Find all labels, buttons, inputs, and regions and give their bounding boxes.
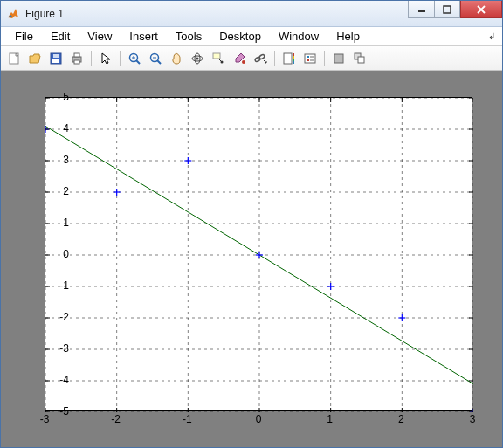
maximize-button[interactable] [434,1,460,18]
svg-rect-35 [307,59,309,61]
window-buttons [408,1,502,18]
svg-rect-27 [284,53,292,64]
pan-button[interactable] [167,49,186,68]
colorbar-button[interactable] [279,49,299,68]
menu-insert[interactable]: Insert [121,28,167,45]
menu-help[interactable]: Help [327,28,369,45]
menu-view[interactable]: View [79,28,121,45]
x-tick-label: 0 [256,413,262,425]
svg-rect-29 [293,56,294,59]
svg-rect-30 [293,59,294,61]
close-button[interactable] [460,1,502,18]
svg-rect-33 [307,56,309,58]
zoom-out-button[interactable] [146,49,165,68]
y-tick-label: 1 [43,217,69,229]
toolbar-separator [324,51,325,66]
svg-line-16 [157,60,161,64]
svg-point-24 [242,60,245,64]
y-tick-label: 0 [43,248,69,260]
y-tick-label: 4 [43,122,69,134]
y-tick-label: -4 [43,374,69,386]
menu-tools[interactable]: Tools [167,28,210,45]
x-tick-label: -3 [40,413,50,425]
axes[interactable] [45,97,472,411]
x-tick-label: 1 [327,413,333,425]
pointer-button[interactable] [96,49,115,68]
svg-rect-10 [74,60,79,64]
svg-point-20 [196,57,199,59]
y-tick-label: 2 [43,185,69,197]
toolbar [1,46,502,71]
x-tick-label: -1 [183,413,192,425]
matlab-icon [6,7,20,21]
svg-rect-7 [53,54,59,58]
svg-rect-9 [74,53,79,57]
y-tick-label: -1 [43,279,69,292]
menu-overflow-icon[interactable]: ↲ [488,31,502,41]
window-title: Figure 1 [25,8,64,20]
svg-rect-39 [358,57,364,63]
svg-rect-37 [334,54,343,63]
legend-button[interactable] [300,49,320,68]
zoom-in-button[interactable] [125,49,144,68]
open-button[interactable] [25,49,45,68]
menu-window[interactable]: Window [270,28,327,45]
svg-rect-1 [444,6,451,13]
svg-rect-31 [293,61,294,64]
toolbar-separator [274,51,275,66]
menu-edit[interactable]: Edit [42,28,79,45]
y-tick-label: 3 [43,154,69,166]
svg-point-26 [258,53,265,59]
save-button[interactable] [46,49,65,68]
y-tick-label: 5 [43,91,69,103]
svg-rect-32 [305,54,315,63]
show-plot-tools-button[interactable] [350,49,369,68]
menu-file[interactable]: File [6,28,42,45]
menubar: File Edit View Insert Tools Desktop Wind… [1,27,502,46]
data-cursor-button[interactable] [209,49,228,68]
titlebar[interactable]: Figure 1 [1,1,502,27]
minimize-button[interactable] [408,1,434,18]
print-button[interactable] [67,49,86,68]
svg-rect-28 [293,53,294,56]
new-figure-button[interactable] [4,49,24,68]
x-tick-label: -2 [111,413,121,425]
chart-plot [45,98,473,412]
link-button[interactable] [251,49,270,68]
brush-button[interactable] [230,49,249,68]
y-tick-label: -2 [43,311,69,323]
rotate-3d-button[interactable] [188,49,207,68]
figure-canvas[interactable]: -5-4-3-2-1012345-3-2-10123 [1,71,502,447]
y-tick-label: -3 [43,342,69,355]
svg-rect-6 [52,59,59,63]
x-tick-label: 2 [398,413,404,425]
toolbar-separator [120,51,121,66]
figure-window: Figure 1 File Edit View Insert Tools Des… [0,0,503,448]
svg-point-23 [221,60,224,63]
hide-plot-tools-button[interactable] [329,49,348,68]
svg-line-12 [136,60,140,64]
menu-desktop[interactable]: Desktop [210,28,270,45]
x-tick-label: 3 [470,413,476,425]
svg-rect-21 [213,53,220,59]
toolbar-separator [91,51,92,66]
